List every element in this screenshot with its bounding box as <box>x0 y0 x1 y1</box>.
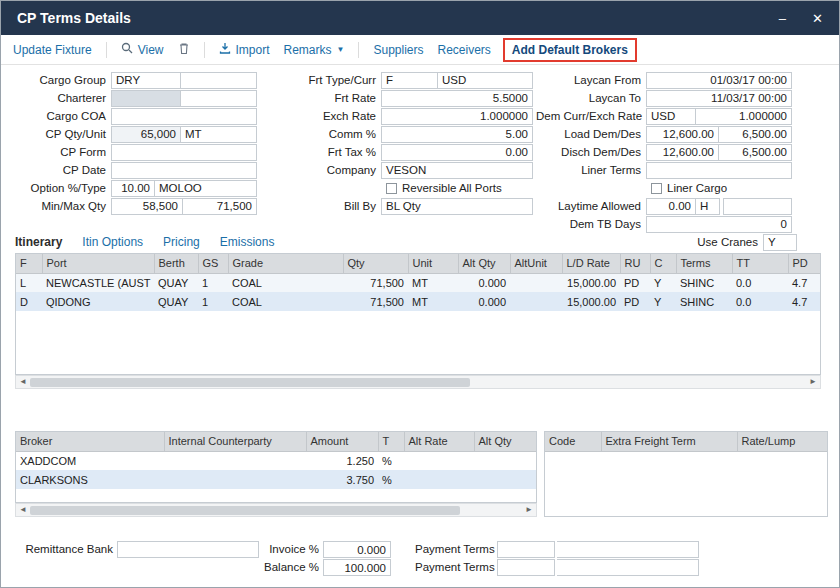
charterer-input2[interactable] <box>181 90 257 107</box>
scroll-left-icon[interactable]: ◄ <box>16 504 30 516</box>
col-altunit: AltUnit <box>510 254 562 273</box>
cell: Y <box>650 292 676 311</box>
receivers-label: Receivers <box>437 43 490 57</box>
field-cp-form: CP Form <box>11 143 259 161</box>
cell: 0.0 <box>732 273 788 292</box>
balance-pct-input[interactable]: 100.000 <box>323 559 391 576</box>
bill-by-select[interactable]: BL Qty <box>381 198 533 215</box>
load-dem-input[interactable]: 12,600.00 <box>646 126 719 143</box>
tab-emissions[interactable]: Emissions <box>220 235 275 251</box>
laytime-extra-input[interactable] <box>723 198 792 215</box>
toolbar-separator <box>358 42 359 58</box>
disch-des-input[interactable]: 6,500.00 <box>719 144 792 161</box>
reversible-all-ports-checkbox[interactable] <box>386 183 397 194</box>
company-input[interactable]: VESON <box>381 162 533 179</box>
cargo-group-input[interactable]: DRY <box>111 72 181 89</box>
laytime-unit-input[interactable]: H <box>696 198 720 215</box>
cell: % <box>378 451 404 470</box>
frt-rate-input[interactable]: 5.5000 <box>381 90 533 107</box>
dem-exch-rate-input[interactable]: 1.000000 <box>696 108 792 125</box>
cp-unit-input[interactable]: MT <box>181 126 257 143</box>
payment-terms-2-desc-input[interactable] <box>557 559 699 576</box>
receivers-button[interactable]: Receivers <box>437 43 490 57</box>
col-c: C <box>650 254 676 273</box>
scroll-right-icon[interactable]: ► <box>806 376 820 388</box>
close-button[interactable]: ✕ <box>812 12 823 25</box>
laytime-allowed-input[interactable]: 0.00 <box>646 198 696 215</box>
cargo-coa-input[interactable] <box>111 108 257 125</box>
cp-date-input[interactable] <box>111 162 257 179</box>
itinerary-hscrollbar[interactable]: ◄ ► <box>15 375 821 389</box>
field-laycan-to: Laycan To 11/03/17 00:00 <box>536 89 797 107</box>
use-cranes-input[interactable]: Y <box>763 234 797 251</box>
itinerary-row[interactable]: D QIDONG QUAY 1 COAL 71,500 MT 0.000 15,… <box>16 292 821 311</box>
laycan-from-input[interactable]: 01/03/17 00:00 <box>646 72 792 89</box>
max-qty-input[interactable]: 71,500 <box>183 198 257 215</box>
tab-itin-options[interactable]: Itin Options <box>82 235 143 251</box>
cargo-group-label: Cargo Group <box>11 74 111 86</box>
broker-row[interactable]: XADDCOM 1.250 % <box>16 451 537 470</box>
cell: MT <box>408 292 458 311</box>
balance-pct-label: Balance % <box>241 561 319 573</box>
cargo-group-input2[interactable] <box>181 72 257 89</box>
toolbar: Update Fixture View Import Remarks ▼ Sup… <box>1 35 839 65</box>
itinerary-row[interactable]: L NEWCASTLE (AUST QUAY 1 COAL 71,500 MT … <box>16 273 821 292</box>
scroll-left-icon[interactable]: ◄ <box>16 376 30 388</box>
comm-pct-input[interactable]: 5.00 <box>381 126 533 143</box>
view-button[interactable]: View <box>121 42 164 57</box>
scroll-thumb[interactable] <box>30 378 470 387</box>
add-default-brokers-button[interactable]: Add Default Brokers <box>505 39 635 61</box>
cp-qty-unit-label: CP Qty/Unit <box>11 128 111 140</box>
field-bill-by: Bill By BL Qty <box>301 197 535 215</box>
min-qty-input[interactable]: 58,500 <box>111 198 183 215</box>
remarks-button[interactable]: Remarks ▼ <box>284 43 345 57</box>
cp-qty-input[interactable]: 65,000 <box>111 126 181 143</box>
broker-row[interactable]: CLARKSONS 3.750 % <box>16 470 537 489</box>
cell: 15,000.00 <box>562 292 620 311</box>
payment-terms-1-code-input[interactable] <box>497 541 555 558</box>
cell <box>404 470 474 489</box>
option-type-input[interactable]: MOLOO <box>155 180 257 197</box>
remittance-bank-input[interactable] <box>117 541 259 558</box>
dem-tb-days-input[interactable]: 0 <box>646 216 792 233</box>
laycan-to-input[interactable]: 11/03/17 00:00 <box>646 90 792 107</box>
delete-button[interactable] <box>178 42 190 58</box>
update-fixture-button[interactable]: Update Fixture <box>13 43 92 57</box>
minimize-button[interactable]: – <box>779 12 786 25</box>
col-berth: Berth <box>154 254 198 273</box>
payment-terms-1-desc-input[interactable] <box>557 541 699 558</box>
form-column-right: Laycan From 01/03/17 00:00 Laycan To 11/… <box>536 71 797 251</box>
dem-curr-input[interactable]: USD <box>646 108 696 125</box>
payment-terms-2-code-input[interactable] <box>497 559 555 576</box>
min-max-qty-label: Min/Max Qty <box>11 200 111 212</box>
field-min-max-qty: Min/Max Qty 58,500 71,500 <box>11 197 259 215</box>
suppliers-button[interactable]: Suppliers <box>373 43 423 57</box>
import-button[interactable]: Import <box>219 42 270 57</box>
frt-curr-input[interactable]: USD <box>438 72 533 89</box>
option-pct-type-label: Option %/Type <box>11 182 111 194</box>
tab-pricing[interactable]: Pricing <box>163 235 200 251</box>
option-pct-input[interactable]: 10.00 <box>111 180 155 197</box>
cp-form-label: CP Form <box>11 146 111 158</box>
frt-tax-pct-input[interactable]: 0.00 <box>381 144 533 161</box>
col-alt-qty: Alt Qty <box>474 432 537 451</box>
frt-type-input[interactable]: F <box>381 72 438 89</box>
cell: % <box>378 470 404 489</box>
liner-terms-input[interactable] <box>646 162 792 179</box>
liner-cargo-checkbox[interactable] <box>651 183 662 194</box>
disch-dem-input[interactable]: 12,600.00 <box>646 144 719 161</box>
load-des-input[interactable]: 6,500.00 <box>719 126 792 143</box>
invoice-pct-input[interactable]: 0.000 <box>323 541 391 558</box>
cell: NEWCASTLE (AUST <box>42 273 154 292</box>
field-frt-type-curr: Frt Type/Curr F USD <box>301 71 535 89</box>
col-alt-rate: Alt Rate <box>404 432 474 451</box>
dem-tb-days-label: Dem TB Days <box>536 218 646 230</box>
scroll-thumb[interactable] <box>30 506 460 515</box>
view-label: View <box>138 43 164 57</box>
scroll-right-icon[interactable]: ► <box>522 504 536 516</box>
cp-form-input[interactable] <box>111 144 257 161</box>
exch-rate-input[interactable]: 1.000000 <box>381 108 533 125</box>
cell <box>164 470 306 489</box>
tab-itinerary[interactable]: Itinerary <box>15 235 62 251</box>
broker-hscrollbar[interactable]: ◄ ► <box>15 503 537 517</box>
